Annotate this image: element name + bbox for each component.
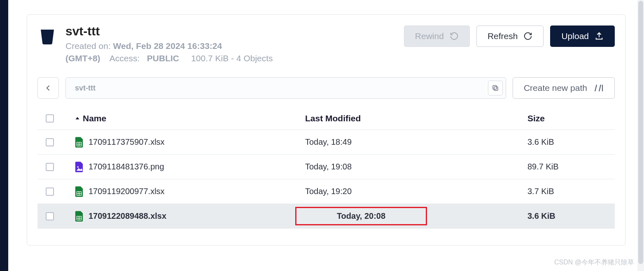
bucket-stats: 100.7 KiB - 4 Objects [191, 53, 273, 63]
row-checkbox-cell [37, 163, 75, 171]
row-checkbox[interactable] [46, 212, 54, 220]
table-row[interactable]: 1709119200977.xlsxToday, 19:203.7 KiB [37, 179, 615, 204]
xlsx-file-icon [75, 186, 84, 197]
header-checkbox-cell [37, 114, 75, 123]
table-row[interactable]: 1709118481376.pngToday, 19:0889.7 KiB [37, 155, 615, 179]
upload-label: Upload [561, 31, 589, 41]
row-checkbox-cell [37, 212, 75, 220]
col-name-label: Name [83, 113, 106, 123]
bucket-panel: svt-ttt Created on: Wed, Feb 28 2024 16:… [27, 14, 625, 246]
file-name-cell[interactable]: 1709117375907.xlsx [75, 137, 305, 148]
file-size-cell: 3.7 KiB [527, 187, 615, 196]
file-size-cell: 89.7 KiB [527, 162, 615, 171]
col-size-label: Size [527, 113, 545, 123]
file-modified-cell: Today, 19:08 [305, 162, 527, 171]
bucket-icon [37, 26, 57, 46]
file-modified-cell: Today, 20:08 [305, 207, 527, 225]
file-name-cell[interactable]: 1709118481376.png [75, 162, 305, 172]
header-actions: Rewind Refresh Upload [404, 25, 615, 47]
watermark: CSDN @今年不养猪只除草 [554, 258, 634, 267]
file-name: 1709119200977.xlsx [89, 187, 165, 196]
row-checkbox-cell [37, 138, 75, 146]
bucket-header: svt-ttt Created on: Wed, Feb 28 2024 16:… [37, 24, 615, 63]
table-header: Name Last Modified Size [37, 107, 615, 130]
create-path-button[interactable]: Create new path [513, 77, 615, 99]
file-modified-cell: Today, 19:20 [305, 187, 527, 196]
file-table: Name Last Modified Size 1709117375907.xl… [37, 107, 615, 229]
column-size[interactable]: Size [527, 113, 615, 123]
column-modified[interactable]: Last Modified [305, 113, 527, 123]
refresh-button[interactable]: Refresh [476, 25, 544, 47]
upload-icon [595, 32, 604, 41]
sort-asc-icon [75, 116, 80, 121]
svg-rect-0 [494, 87, 498, 90]
png-file-icon [75, 162, 84, 172]
table-row[interactable]: 1709122089488.xlsxToday, 20:083.6 KiB [37, 204, 615, 229]
back-button[interactable] [37, 77, 59, 99]
refresh-icon [523, 32, 532, 41]
svg-marker-2 [75, 117, 79, 119]
xlsx-file-icon [75, 211, 84, 222]
bucket-created-line: Created on: Wed, Feb 28 2024 16:33:24 [65, 41, 396, 51]
highlight-box: Today, 20:08 [295, 207, 427, 225]
svg-point-6 [77, 166, 79, 168]
row-checkbox[interactable] [46, 188, 54, 196]
file-name: 1709117375907.xlsx [89, 137, 165, 147]
chevron-left-icon [44, 84, 52, 92]
bucket-info: svt-ttt Created on: Wed, Feb 28 2024 16:… [65, 24, 396, 63]
row-checkbox[interactable] [46, 138, 54, 146]
copy-icon [492, 84, 499, 92]
access-label: Access: [110, 53, 140, 63]
table-body: 1709117375907.xlsxToday, 18:493.6 KiB170… [37, 130, 615, 229]
scrollbar-thumb[interactable] [638, 1, 643, 264]
bucket-meta-line: (GMT+8) Access: PUBLIC 100.7 KiB - 4 Obj… [65, 53, 396, 63]
table-row[interactable]: 1709117375907.xlsxToday, 18:493.6 KiB [37, 130, 615, 155]
upload-button[interactable]: Upload [550, 25, 615, 47]
col-modified-label: Last Modified [305, 113, 361, 123]
file-name-cell[interactable]: 1709119200977.xlsx [75, 186, 305, 197]
file-modified-cell: Today, 18:49 [305, 137, 527, 147]
create-path-label: Create new path [524, 83, 587, 93]
file-name-cell[interactable]: 1709122089488.xlsx [75, 211, 305, 222]
copy-path-button[interactable] [488, 81, 503, 95]
svg-rect-1 [493, 86, 497, 89]
created-value: Wed, Feb 28 2024 16:33:24 [113, 41, 222, 51]
file-name: 1709118481376.png [89, 162, 164, 171]
row-checkbox[interactable] [46, 163, 54, 171]
row-checkbox-cell [37, 188, 75, 196]
access-value: PUBLIC [147, 53, 179, 63]
left-nav-bar [0, 0, 8, 271]
path-row: Create new path [37, 77, 615, 99]
file-size-cell: 3.6 KiB [527, 211, 615, 221]
rewind-button: Rewind [404, 25, 470, 47]
scrollbar[interactable] [637, 0, 644, 271]
file-size-cell: 3.6 KiB [527, 137, 615, 147]
created-label: Created on: [65, 41, 111, 51]
xlsx-file-icon [75, 137, 84, 148]
tz-label: (GMT+8) [65, 53, 100, 63]
rewind-label: Rewind [415, 31, 444, 41]
file-name: 1709122089488.xlsx [89, 211, 166, 221]
bucket-title: svt-ttt [65, 24, 396, 39]
rewind-icon [450, 32, 459, 41]
column-name[interactable]: Name [75, 113, 305, 123]
path-icon [594, 83, 604, 93]
refresh-label: Refresh [488, 31, 518, 41]
main-area: svt-ttt Created on: Wed, Feb 28 2024 16:… [8, 0, 644, 271]
path-input-wrap [65, 77, 506, 99]
select-all-checkbox[interactable] [46, 114, 54, 123]
path-input[interactable] [65, 77, 506, 99]
